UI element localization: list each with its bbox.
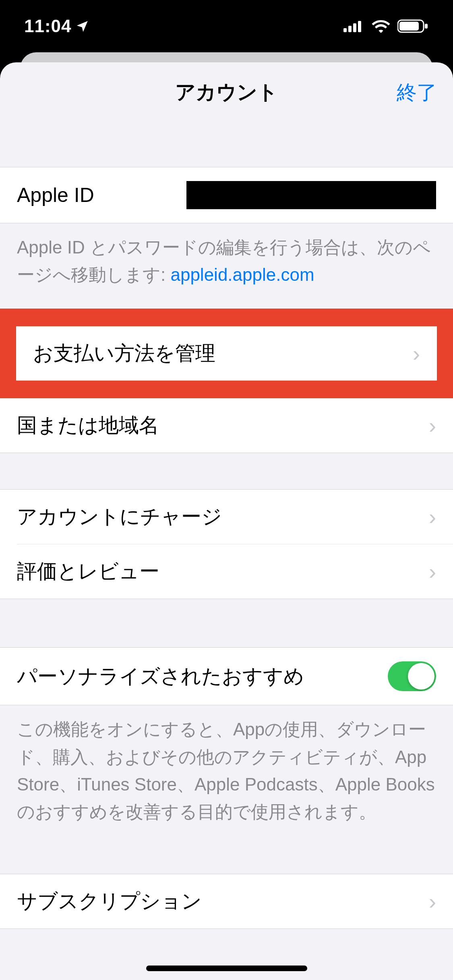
apple-id-footer: Apple ID とパスワードの編集を行う場合は、次のページへ移動します: ap… [0, 223, 453, 288]
navbar: アカウント 終了 [0, 62, 453, 123]
svg-rect-1 [348, 26, 352, 32]
personalized-toggle[interactable] [388, 661, 436, 691]
apple-id-row[interactable]: Apple ID [0, 167, 453, 223]
subscriptions-group: サブスクリプション › [0, 874, 453, 929]
status-bar: 11:04 [0, 0, 453, 52]
svg-rect-6 [425, 24, 428, 29]
country-region-row[interactable]: 国または地域名 › [0, 398, 453, 453]
status-left: 11:04 [24, 16, 89, 36]
toggle-knob [408, 663, 434, 690]
chevron-right-icon: › [421, 559, 436, 584]
subscriptions-row[interactable]: サブスクリプション › [0, 874, 453, 929]
apple-id-footer-link[interactable]: appleid.apple.com [170, 265, 314, 284]
ratings-reviews-label: 評価とレビュー [17, 558, 159, 585]
personalized-row: パーソナライズされたおすすめ [0, 648, 453, 705]
subscriptions-label: サブスクリプション [17, 888, 202, 915]
status-right [343, 19, 429, 33]
apple-id-group: Apple ID [0, 167, 453, 223]
svg-rect-2 [353, 23, 356, 32]
chevron-right-icon: › [421, 889, 436, 914]
highlight-manage-payment: お支払い方法を管理 › [0, 309, 453, 398]
done-button[interactable]: 終了 [397, 79, 437, 106]
chevron-right-icon: › [421, 413, 436, 438]
apple-id-label: Apple ID [17, 183, 94, 207]
country-region-group: 国または地域名 › [0, 398, 453, 453]
status-time: 11:04 [24, 16, 72, 36]
personalized-footer: この機能をオンにすると、Appの使用、ダウンロード、購入、およびその他のアクティ… [0, 705, 453, 826]
location-arrow-icon [76, 19, 89, 33]
personalized-label: パーソナライズされたおすすめ [17, 663, 304, 690]
wifi-icon [372, 19, 390, 33]
add-funds-label: アカウントにチャージ [17, 503, 222, 530]
apple-id-value-redacted [186, 181, 436, 209]
chevron-right-icon: › [405, 341, 420, 366]
svg-rect-0 [343, 28, 347, 32]
manage-payment-label: お支払い方法を管理 [33, 340, 215, 367]
ratings-reviews-row[interactable]: 評価とレビュー › [17, 544, 453, 599]
page-title: アカウント [175, 79, 278, 106]
svg-rect-3 [358, 21, 361, 32]
add-funds-row[interactable]: アカウントにチャージ › [0, 490, 453, 544]
battery-icon [397, 19, 429, 33]
country-region-label: 国または地域名 [17, 412, 159, 439]
manage-payment-row[interactable]: お支払い方法を管理 › [16, 326, 437, 381]
svg-rect-5 [399, 22, 419, 31]
personalized-group: パーソナライズされたおすすめ [0, 647, 453, 705]
signal-icon [343, 20, 364, 32]
home-indicator[interactable] [146, 966, 307, 971]
account-sheet: アカウント 終了 Apple ID Apple ID とパスワードの編集を行う場… [0, 62, 453, 980]
chevron-right-icon: › [421, 504, 436, 529]
funds-reviews-group: アカウントにチャージ › 評価とレビュー › [0, 489, 453, 599]
